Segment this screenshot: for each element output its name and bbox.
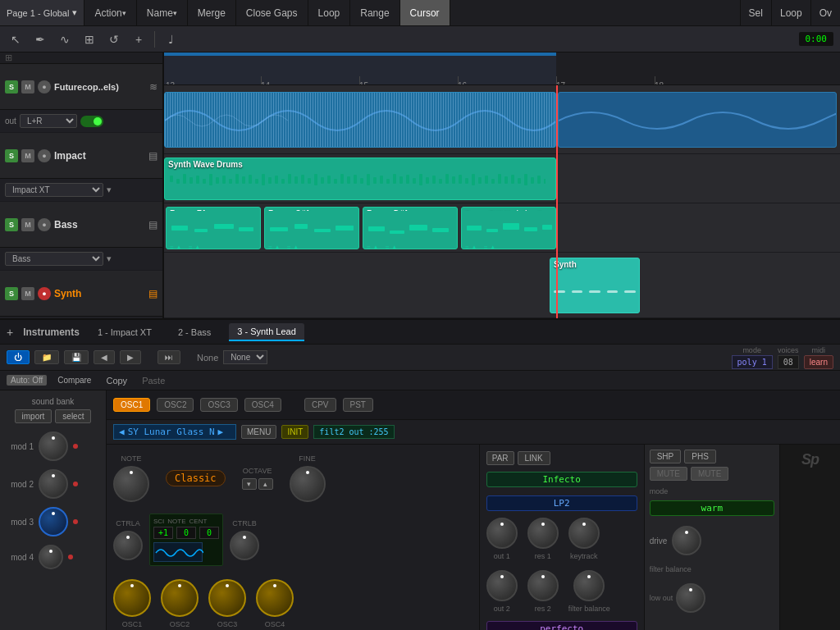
keytrack-knob[interactable] bbox=[568, 518, 600, 549]
osc1-btn[interactable]: OSC1 bbox=[113, 398, 150, 412]
res2-knob[interactable] bbox=[527, 570, 559, 601]
preset-arrow-left[interactable]: ◀ bbox=[119, 427, 125, 437]
prev-btn[interactable]: ◀ bbox=[94, 350, 115, 364]
skip-btn[interactable]: ⏭ bbox=[158, 350, 180, 364]
oct-up-btn[interactable]: ▴ bbox=[258, 478, 273, 490]
auto-off-btn[interactable]: Auto: Off bbox=[7, 375, 47, 386]
midi-clip-impact[interactable]: Synth Wave Drums bbox=[164, 158, 556, 200]
filt-display[interactable]: filt2 out :255 bbox=[313, 425, 394, 439]
track1-s-btn[interactable]: S bbox=[5, 80, 18, 94]
sci-val[interactable]: +1 bbox=[153, 527, 173, 539]
mod2-knob[interactable] bbox=[39, 469, 68, 499]
load-btn[interactable]: 📁 bbox=[34, 350, 59, 364]
track3-rec-btn[interactable]: ● bbox=[38, 218, 51, 231]
sel-btn[interactable]: Sel bbox=[740, 0, 771, 25]
cpv-btn[interactable]: CPV bbox=[304, 398, 336, 412]
osc4-large-knob[interactable] bbox=[256, 579, 294, 617]
range-btn[interactable]: Range bbox=[350, 0, 399, 25]
pst-btn[interactable]: PST bbox=[343, 398, 373, 412]
note-knob[interactable] bbox=[113, 466, 149, 502]
bass-clip-d1v[interactable]: Bass - D#1 Variation 1 = ▲ = ▲ bbox=[461, 207, 556, 249]
pencil-tool-icon[interactable]: ✒ bbox=[31, 30, 49, 48]
track1-output-select[interactable]: L+R bbox=[20, 114, 77, 128]
track4-rec-btn[interactable]: ● bbox=[38, 287, 51, 300]
tab-bass[interactable]: 2 - Bass bbox=[170, 324, 219, 340]
select-btn[interactable]: select bbox=[55, 409, 91, 423]
osc3-large-knob[interactable] bbox=[208, 579, 246, 617]
osc2-btn[interactable]: OSC2 bbox=[157, 398, 194, 412]
link-btn[interactable]: LINK bbox=[518, 451, 550, 465]
copy-btn[interactable]: Copy bbox=[102, 375, 131, 386]
tab-synth-lead[interactable]: 3 - Synth Lead bbox=[229, 323, 304, 341]
fine-knob[interactable] bbox=[290, 466, 326, 502]
bass-clip-f1[interactable]: Bass - F1 = ▲ = ▲ bbox=[166, 207, 261, 249]
mod1-knob[interactable] bbox=[39, 431, 68, 461]
osc3-btn[interactable]: OSC3 bbox=[200, 398, 237, 412]
res1-knob[interactable] bbox=[527, 518, 559, 549]
preset-arrow-right[interactable]: ▶ bbox=[218, 427, 224, 437]
bass-clip-d1[interactable]: Bass - D#1 = ▲ = ▲ bbox=[363, 207, 458, 249]
merge-btn[interactable]: Merge bbox=[188, 0, 236, 25]
track2-s-btn[interactable]: S bbox=[5, 149, 18, 162]
warm-display[interactable]: warm bbox=[650, 500, 774, 516]
track2-rec-btn[interactable]: ● bbox=[38, 149, 51, 162]
learn-btn[interactable]: learn bbox=[804, 355, 833, 369]
ov-btn[interactable]: Ov bbox=[810, 0, 840, 25]
mode-val[interactable]: poly 1 bbox=[732, 355, 773, 369]
osc1-large-knob[interactable] bbox=[113, 579, 151, 617]
loop-tool-icon[interactable]: ↺ bbox=[105, 30, 123, 48]
import-btn[interactable]: import bbox=[15, 409, 52, 423]
track3-inst-arrow[interactable]: ▾ bbox=[107, 253, 112, 264]
track2-m-btn[interactable]: M bbox=[21, 149, 34, 162]
oct-down-btn[interactable]: ▾ bbox=[242, 478, 257, 490]
track3-s-btn[interactable]: S bbox=[5, 218, 18, 231]
track3-m-btn[interactable]: M bbox=[21, 218, 34, 231]
synth-clip[interactable]: Synth bbox=[550, 258, 640, 313]
close-gaps-btn[interactable]: Close Gaps bbox=[236, 0, 308, 25]
phs-btn[interactable]: PHS bbox=[684, 450, 716, 463]
bass-clip-c1[interactable]: Bass - C#1 = ▲ = ▲ bbox=[264, 207, 359, 249]
paste-btn[interactable]: Paste bbox=[138, 375, 169, 386]
fbal-knob[interactable] bbox=[573, 570, 605, 601]
ctrla-knob[interactable] bbox=[113, 531, 143, 560]
none-select[interactable]: None bbox=[223, 350, 267, 364]
tab-impact-xt[interactable]: 1 - Impact XT bbox=[89, 324, 160, 340]
add-tool-icon[interactable]: + bbox=[130, 30, 148, 48]
track4-m-btn[interactable]: M bbox=[21, 287, 34, 300]
note-val[interactable]: 0 bbox=[176, 527, 196, 539]
ctrlb-knob[interactable] bbox=[230, 531, 259, 560]
next-btn[interactable]: ▶ bbox=[120, 350, 141, 364]
wave-tool-icon[interactable]: ∿ bbox=[56, 30, 74, 48]
cursor-btn[interactable]: Cursor bbox=[400, 0, 450, 25]
menu-pill[interactable]: MENU bbox=[241, 425, 276, 439]
track3-instrument-select[interactable]: Bass bbox=[5, 252, 103, 266]
cent-val[interactable]: 0 bbox=[199, 527, 219, 539]
osc2-large-knob[interactable] bbox=[161, 579, 199, 617]
save-btn[interactable]: 💾 bbox=[64, 350, 89, 364]
mute1-btn[interactable]: MUTE bbox=[650, 467, 687, 481]
audio-clip-1b[interactable] bbox=[558, 92, 837, 148]
track1-m-btn[interactable]: M bbox=[21, 80, 34, 94]
power-btn[interactable]: ⏻ bbox=[7, 350, 30, 364]
track2-instrument-select[interactable]: Impact XT bbox=[5, 183, 103, 197]
loop-btn[interactable]: Loop bbox=[308, 0, 351, 25]
preset-display[interactable]: ◀ SY Lunar Glass N ▶ bbox=[113, 424, 236, 440]
shp-btn[interactable]: SHP bbox=[650, 450, 682, 463]
grid-tool-icon[interactable]: ⊞ bbox=[80, 30, 98, 48]
lowout-right-knob[interactable] bbox=[676, 583, 705, 613]
action-menu[interactable]: Action bbox=[84, 0, 136, 25]
perfecto-display[interactable]: perfecto bbox=[486, 621, 637, 630]
lp2-display[interactable]: LP2 bbox=[486, 495, 637, 511]
track1-toggle[interactable] bbox=[80, 116, 103, 127]
mute2-btn[interactable]: MUTE bbox=[691, 467, 728, 481]
compare-btn[interactable]: Compare bbox=[53, 375, 95, 386]
loop2-btn[interactable]: Loop bbox=[771, 0, 810, 25]
classic-display[interactable]: Classic bbox=[166, 470, 226, 486]
track4-s-btn[interactable]: S bbox=[5, 287, 18, 300]
cursor-tool-icon[interactable]: ↖ bbox=[7, 30, 25, 48]
note-icon[interactable]: ♩ bbox=[162, 30, 180, 48]
mod4-knob[interactable] bbox=[39, 545, 63, 569]
init-pill[interactable]: INIT bbox=[281, 425, 308, 439]
track1-rec-btn[interactable]: ● bbox=[38, 80, 51, 94]
out2-knob[interactable] bbox=[486, 570, 518, 601]
